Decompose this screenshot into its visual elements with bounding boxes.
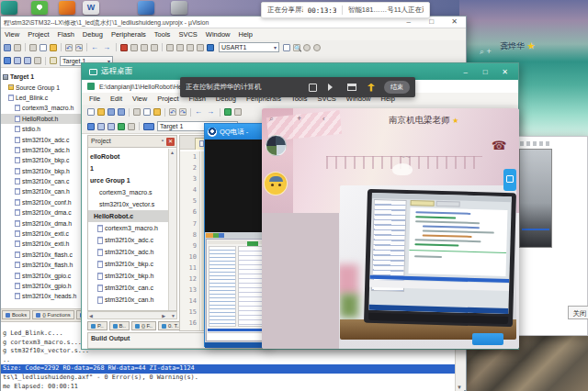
minimize-icon[interactable]: – (459, 68, 471, 76)
tree-item[interactable]: stm32f10x_adc.h (88, 246, 169, 258)
circle-icon-1[interactable] (303, 44, 311, 51)
tree-item[interactable]: stm32f10x_exti.h (1, 239, 88, 249)
maximize-icon[interactable]: □ (425, 17, 437, 26)
menu-item[interactable]: Help (239, 30, 253, 39)
build-icon[interactable] (97, 123, 105, 130)
tree-item[interactable]: cortexm3_macro.s (88, 186, 169, 198)
project-hscrollbar[interactable]: ◀ ▶ ▼ (87, 311, 177, 319)
close-icon[interactable]: ✕ (499, 68, 511, 76)
menu-item[interactable]: View (132, 95, 147, 103)
debug-session-combo[interactable]: USART1▾ (219, 42, 279, 52)
outdent-icon[interactable] (176, 44, 184, 51)
window-toggle-icon[interactable] (347, 84, 356, 91)
tree-item[interactable]: stm32f10x_vector.s (88, 198, 169, 210)
tree-item[interactable]: stm32f10x_conf.h (1, 197, 88, 207)
tree-item[interactable]: stm32f10x_bkp.h (1, 166, 88, 176)
tree-item[interactable]: Source Group 1 (1, 82, 88, 92)
debug-icon[interactable] (87, 123, 95, 130)
nav-forward-icon[interactable]: → (103, 44, 112, 51)
scroll-left-icon[interactable]: ◀ (89, 313, 93, 318)
load-icon[interactable] (143, 123, 154, 130)
comment-icon[interactable] (187, 44, 194, 51)
word-icon[interactable]: W (83, 1, 99, 15)
nav-back-icon[interactable]: ← (195, 108, 204, 116)
redo-icon[interactable]: ↷ (75, 44, 83, 51)
save-icon[interactable] (107, 108, 115, 116)
download-icon[interactable] (4, 57, 11, 64)
panel-tab[interactable]: {} F.. (131, 321, 156, 330)
bookmark-prev-icon[interactable] (130, 44, 138, 51)
chat-search-icon[interactable]: ⌕ (269, 114, 274, 124)
close-button[interactable]: 关闭 (568, 306, 588, 319)
rebuild-icon[interactable] (24, 57, 31, 64)
bookmark-clear-icon[interactable] (151, 44, 158, 51)
tree-item[interactable]: stm32f10x_can.h (88, 294, 169, 306)
bookmark-next-icon[interactable] (234, 108, 242, 116)
copy-icon[interactable] (40, 44, 47, 51)
tree-item[interactable]: stm32f10x_adc.h (1, 145, 88, 155)
tree-item[interactable]: stm32f10x_dma.h (1, 218, 88, 228)
chat-back-icon[interactable]: ‹ (322, 115, 325, 123)
dropdown-icon[interactable]: ▼ (171, 313, 175, 318)
screen-share-preview[interactable] (205, 232, 267, 348)
pin-icon[interactable]: ▪ (162, 138, 164, 143)
speaker-icon[interactable] (328, 84, 336, 91)
maximize-icon[interactable]: □ (480, 68, 492, 76)
chat-side-tool-button[interactable] (503, 169, 516, 191)
tree-item[interactable]: urce Group 1 (88, 174, 169, 186)
menu-item[interactable]: Peripherals (111, 30, 146, 39)
tree-item[interactable]: stm32f10x_can.h (1, 186, 88, 196)
avatar-cartoon[interactable] (264, 172, 288, 196)
tree-item[interactable]: stdio.h (1, 124, 88, 134)
phone-call-icon[interactable]: ☎ (492, 139, 506, 152)
bookmark-next-icon[interactable] (141, 44, 148, 51)
nav-forward-icon[interactable]: → (207, 108, 216, 116)
tree-item[interactable]: stm32f10x_bkp.c (88, 258, 169, 270)
print-icon[interactable] (14, 44, 21, 51)
panel-tab[interactable]: P.. (87, 321, 107, 330)
tree-item[interactable]: stm32f10x_flash.h (1, 260, 88, 270)
search-icon[interactable]: ⌕ + (480, 47, 492, 57)
undo-icon[interactable]: ↶ (65, 44, 73, 51)
menu-item[interactable]: Edit (110, 95, 122, 103)
build-icon[interactable] (14, 57, 21, 64)
desktop-icon-orange-app[interactable] (59, 1, 75, 15)
menu-item[interactable]: Window (206, 30, 231, 39)
open-icon[interactable] (97, 108, 105, 116)
close-icon[interactable]: ✕ (448, 17, 460, 26)
tree-item[interactable]: cortexm3_macro.h (88, 222, 169, 234)
tree-item[interactable]: cortexm3_macro.h (1, 103, 88, 113)
tree-item[interactable]: stm32f10x_can.c (88, 282, 169, 294)
scroll-up-icon[interactable]: ▲ (170, 150, 175, 155)
nav-back-icon[interactable]: ← (91, 44, 100, 51)
target-options-icon[interactable] (50, 57, 57, 64)
menu-item[interactable]: SVCS (178, 30, 197, 39)
stop-build-icon[interactable] (128, 123, 135, 130)
tree-item[interactable]: stm32f10x_adc.c (1, 134, 88, 144)
uncomment-icon[interactable] (197, 44, 204, 51)
tree-item[interactable]: HelloRobot.c (88, 210, 169, 222)
menu-item[interactable]: Debug (83, 30, 103, 39)
tree-item[interactable]: stm32f10x_gpio.c (1, 270, 88, 280)
circle-icon-2[interactable] (313, 44, 321, 51)
close-panel-icon[interactable]: ✕ (166, 138, 175, 146)
panel-tab[interactable]: B.. (109, 321, 130, 330)
tree-item[interactable]: stm32f10x_exti.c (1, 229, 88, 239)
cut-icon[interactable] (133, 108, 141, 116)
find-in-files-icon[interactable]: 🔍 (293, 44, 300, 51)
menu-item[interactable]: Flash (57, 30, 74, 39)
project-tree-scrollbar[interactable]: ▲ (168, 149, 176, 310)
menu-item[interactable]: Tools (154, 30, 171, 39)
configure-icon[interactable] (207, 44, 214, 51)
tree-item[interactable]: Target 1 (1, 72, 88, 82)
tree-item[interactable]: elloRobot (88, 151, 169, 162)
scroll-right-icon[interactable]: ▶ (162, 313, 165, 318)
batch-build-icon[interactable] (34, 57, 41, 64)
help-doc-icon[interactable] (283, 44, 290, 51)
menu-item[interactable]: Project (157, 95, 178, 103)
save-all-icon[interactable] (118, 108, 125, 116)
redo-icon[interactable]: ↷ (179, 108, 187, 116)
paste-icon[interactable] (50, 44, 57, 51)
scroll-down-icon[interactable]: ▼ (457, 385, 462, 390)
panel-tab[interactable]: {} Functions (32, 310, 74, 319)
